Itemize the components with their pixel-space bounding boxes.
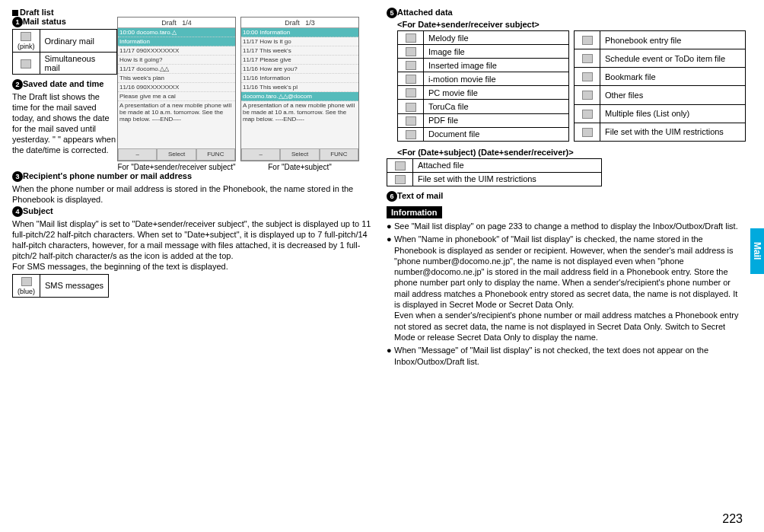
table-row: (pink) Ordinary mail: [13, 30, 117, 53]
table-row: File set with the UIM restrictions: [387, 172, 602, 186]
table-row: Inserted image file: [398, 59, 569, 72]
table-row: PC movie file: [398, 86, 569, 100]
for-date-subject-heading: <For (Date+subject) (Date+sender/receive…: [397, 148, 746, 157]
page-number: 223: [722, 512, 743, 526]
subject-heading: 4Subject: [12, 206, 371, 217]
attached-file-icon: [395, 161, 406, 170]
imotion-icon: [406, 75, 416, 84]
recipient-body: When the phone number or mail address is…: [12, 183, 371, 205]
screenshot-caption: For "Date+subject": [268, 163, 332, 171]
image-icon: [406, 47, 416, 56]
table-row: Phonebook entry file: [575, 31, 746, 49]
mail-status-table: (pink) Ordinary mail Simultaneous mail: [12, 29, 117, 75]
pcmovie-icon: [406, 88, 416, 97]
phone-screenshot-subject: 1 2 5 4 3 6 Draft 1/3 10:00 Information …: [240, 17, 359, 161]
for-date-sender-heading: <For Date+sender/receiver subject>: [397, 20, 746, 29]
softkey-select[interactable]: Select: [157, 148, 196, 161]
table-row: Simultaneous mail: [13, 53, 117, 75]
attached-data-heading: 5Attached data: [387, 8, 746, 18]
table-row: Melody file: [398, 31, 569, 45]
side-tab-mail: Mail: [750, 228, 764, 274]
file-table-right: Phonebook entry file Schedule event or T…: [574, 30, 746, 142]
text-of-mail-heading: 6Text of mail: [387, 191, 746, 202]
table-row: (blue) SMS messages: [13, 274, 109, 297]
draft-list-heading: Draft list: [12, 8, 371, 17]
mail-status-heading: 1Mail status: [12, 17, 117, 27]
subject-body: When "Mail list display" is set to "Date…: [12, 218, 371, 272]
saved-date-body: The Draft list shows the time for the ma…: [12, 91, 117, 155]
toruca-icon: [406, 103, 416, 112]
table-row: Multiple files (List only): [575, 104, 746, 123]
table-row: Other files: [575, 86, 746, 104]
pdf-icon: [406, 116, 416, 126]
document-icon: [406, 130, 416, 139]
softkey-left[interactable]: –: [241, 148, 280, 161]
schedule-icon: [582, 54, 593, 63]
inserted-image-icon: [406, 61, 416, 70]
other-files-icon: [582, 91, 593, 100]
uim-restriction-icon: [582, 128, 593, 137]
phonebook-icon: [582, 36, 593, 45]
table-row: i-motion movie file: [398, 72, 569, 86]
table-row: ToruCa file: [398, 100, 569, 113]
sms-icon: [21, 277, 32, 286]
table-row: Bookmark file: [575, 68, 746, 86]
table-row: Schedule event or ToDo item file: [575, 49, 746, 68]
saved-date-heading: 2Saved date and time: [12, 79, 117, 90]
table-row: File set with the UIM restrictions: [575, 123, 746, 141]
recipient-heading: 3Recipient's phone number or mail addres…: [12, 171, 371, 182]
melody-icon: [406, 33, 416, 43]
uim-restriction-icon: [395, 175, 406, 184]
softkey-select[interactable]: Select: [280, 148, 319, 161]
table-row: Image file: [398, 45, 569, 59]
multiple-files-icon: [582, 110, 593, 119]
file-table-left: Melody file Image file Inserted image fi…: [397, 30, 569, 142]
table-row: Attached file: [387, 158, 602, 172]
softkey-left[interactable]: –: [118, 148, 157, 161]
softkey-func[interactable]: FUNC Change: [320, 148, 358, 161]
phone-screenshot-sender: 1 2 3 4 5 6 Draft 1/4 10:00 docomo.taro.…: [117, 17, 236, 161]
information-body: ●See "Mail list display" on page 233 to …: [387, 221, 746, 367]
softkey-func[interactable]: FUNC Change: [196, 148, 235, 161]
mail-icon: [21, 59, 31, 68]
screenshot-caption: For "Date+sender/receiver subject": [117, 163, 235, 171]
table-row: Document file: [398, 127, 569, 141]
mail-icon: [21, 32, 31, 41]
sms-table: (blue) SMS messages: [12, 274, 109, 298]
subject-file-table: Attached file File set with the UIM rest…: [387, 158, 602, 186]
information-heading: Information: [387, 206, 442, 218]
table-row: PDF file: [398, 113, 569, 127]
bookmark-icon: [582, 72, 593, 81]
